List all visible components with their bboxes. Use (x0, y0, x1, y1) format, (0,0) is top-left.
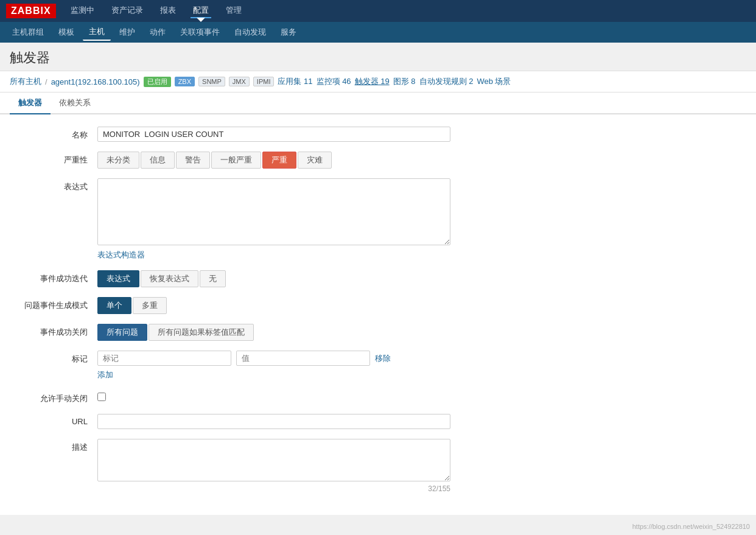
page-header: 触发器 (0, 43, 756, 71)
nav-config[interactable]: 配置 (191, 4, 211, 18)
protocol-jmx[interactable]: JMX (229, 77, 250, 86)
stat-graphs[interactable]: 图形 8 (393, 76, 416, 87)
problem-mode-label: 问题事件生成模式 (12, 297, 97, 311)
manual-close-label: 允许手动关闭 (12, 390, 97, 404)
name-label: 名称 (12, 127, 97, 141)
breadcrumb-separator: / (45, 77, 47, 86)
nav-hosts[interactable]: 主机 (83, 24, 111, 41)
expression-textarea[interactable] (97, 178, 450, 245)
expression-builder-link[interactable]: 表达式构造器 (97, 250, 145, 261)
description-row: 描述 32/155 (0, 439, 756, 493)
url-input[interactable] (97, 414, 450, 429)
nav-hostgroups[interactable]: 主机群组 (6, 24, 50, 40)
remove-tag-link[interactable]: 移除 (375, 353, 391, 364)
nav-assets[interactable]: 资产记录 (109, 4, 145, 18)
tab-bar: 触发器 依赖关系 (0, 93, 756, 114)
nav-services[interactable]: 服务 (275, 24, 303, 40)
url-row: URL (0, 414, 756, 429)
expression-row: 表达式 添加 表达式构造器 (0, 178, 756, 261)
manual-close-row: 允许手动关闭 (0, 390, 756, 404)
breadcrumb-all-hosts[interactable]: 所有主机 (10, 76, 41, 87)
name-input[interactable] (97, 127, 450, 142)
breadcrumb-bar: 所有主机 / agent1(192.168.100.105) 已启用 ZBX S… (0, 71, 756, 93)
nav-maintenance[interactable]: 维护 (113, 24, 141, 40)
description-label: 描述 (12, 439, 97, 453)
stat-items[interactable]: 监控项 46 (317, 76, 351, 87)
expression-label: 表达式 (12, 178, 97, 192)
problem-single-btn[interactable]: 单个 (97, 297, 131, 314)
manual-close-control (97, 390, 744, 403)
severity-buttons: 未分类 信息 警告 一般严重 严重 灾难 (97, 152, 744, 169)
event-success-toggle-group: 表达式 恢复表达式 无 (97, 270, 744, 287)
severity-control: 未分类 信息 警告 一般严重 严重 灾难 (97, 152, 744, 169)
severity-high[interactable]: 严重 (262, 152, 296, 169)
name-row: 名称 (0, 127, 756, 142)
protocol-snmp[interactable]: SNMP (198, 77, 225, 86)
stat-triggers[interactable]: 触发器 19 (355, 76, 390, 87)
top-navigation: ZABBIX 监测中 资产记录 报表 配置 管理 (0, 0, 756, 22)
event-close-tag-btn[interactable]: 所有问题如果标签值匹配 (149, 324, 254, 341)
stat-apps[interactable]: 应用集 11 (278, 76, 312, 87)
expression-control: 添加 表达式构造器 (97, 178, 744, 261)
manual-close-checkbox[interactable] (97, 393, 106, 401)
event-success-row: 事件成功迭代 表达式 恢复表达式 无 (0, 270, 756, 287)
event-none-btn[interactable]: 无 (200, 270, 226, 287)
severity-row: 严重性 未分类 信息 警告 一般严重 严重 灾难 (0, 152, 756, 169)
char-count: 32/155 (97, 484, 450, 493)
nav-templates[interactable]: 模板 (52, 24, 80, 40)
severity-disaster[interactable]: 灾难 (298, 152, 332, 169)
nav-actions[interactable]: 动作 (144, 24, 172, 40)
second-navigation: 主机群组 模板 主机 维护 动作 关联项事件 自动发现 服务 (0, 22, 756, 43)
tab-dependencies[interactable]: 依赖关系 (51, 93, 99, 114)
logo: ZABBIX (6, 4, 56, 18)
nav-discovery[interactable]: 自动发现 (228, 24, 272, 40)
severity-info[interactable]: 信息 (141, 152, 175, 169)
description-control: 32/155 (97, 439, 744, 493)
top-nav-items: 监测中 资产记录 报表 配置 管理 (68, 4, 244, 18)
severity-unclassified[interactable]: 未分类 (97, 152, 139, 169)
tab-triggers[interactable]: 触发器 (10, 93, 51, 114)
add-tag-link[interactable]: 添加 (97, 369, 113, 380)
event-success-label: 事件成功迭代 (12, 270, 97, 284)
url-label: URL (12, 414, 97, 426)
name-control (97, 127, 744, 142)
event-success-control: 表达式 恢复表达式 无 (97, 270, 744, 287)
problem-mode-row: 问题事件生成模式 单个 多重 (0, 297, 756, 314)
nav-correlations[interactable]: 关联项事件 (174, 24, 226, 40)
protocol-zbx[interactable]: ZBX (175, 77, 195, 86)
problem-mode-control: 单个 多重 (97, 297, 744, 314)
stat-web-scenarios[interactable]: Web 场景 (477, 76, 511, 87)
event-close-all-btn[interactable]: 所有问题 (97, 324, 147, 341)
problem-mode-toggle-group: 单个 多重 (97, 297, 744, 314)
description-textarea[interactable] (97, 439, 450, 481)
event-close-control: 所有问题 所有问题如果标签值匹配 (97, 324, 744, 341)
tag-value-input[interactable] (236, 351, 370, 366)
nav-admin[interactable]: 管理 (223, 4, 244, 18)
protocol-ipmi[interactable]: IPMI (253, 77, 275, 86)
event-recovery-btn[interactable]: 恢复表达式 (141, 270, 198, 287)
severity-label: 严重性 (12, 152, 97, 166)
tag-control: 移除 添加 (97, 351, 744, 380)
page-title: 触发器 (10, 49, 746, 67)
tag-label: 标记 (12, 351, 97, 365)
breadcrumb-host[interactable]: agent1(192.168.100.105) (51, 77, 140, 86)
severity-warning[interactable]: 警告 (176, 152, 210, 169)
problem-multiple-btn[interactable]: 多重 (133, 297, 167, 314)
tag-row-container: 标记 移除 添加 (0, 351, 756, 380)
nav-reports[interactable]: 报表 (158, 4, 178, 18)
tag-name-input[interactable] (97, 351, 231, 366)
event-close-toggle-group: 所有问题 所有问题如果标签值匹配 (97, 324, 744, 341)
event-close-label: 事件成功关闭 (12, 324, 97, 338)
severity-average[interactable]: 一般严重 (211, 152, 261, 169)
event-close-row: 事件成功关闭 所有问题 所有问题如果标签值匹配 (0, 324, 756, 341)
expression-area: 添加 (97, 178, 744, 247)
stat-discovery-rules[interactable]: 自动发现规则 2 (419, 76, 474, 87)
tag-input-row: 移除 (97, 351, 744, 366)
event-expression-btn[interactable]: 表达式 (97, 270, 139, 287)
status-badge: 已启用 (144, 77, 171, 87)
url-control (97, 414, 744, 429)
main-content: 名称 严重性 未分类 信息 警告 一般严重 严重 灾难 表达式 添加 表达式构造… (0, 114, 756, 515)
nav-monitor[interactable]: 监测中 (68, 4, 97, 18)
